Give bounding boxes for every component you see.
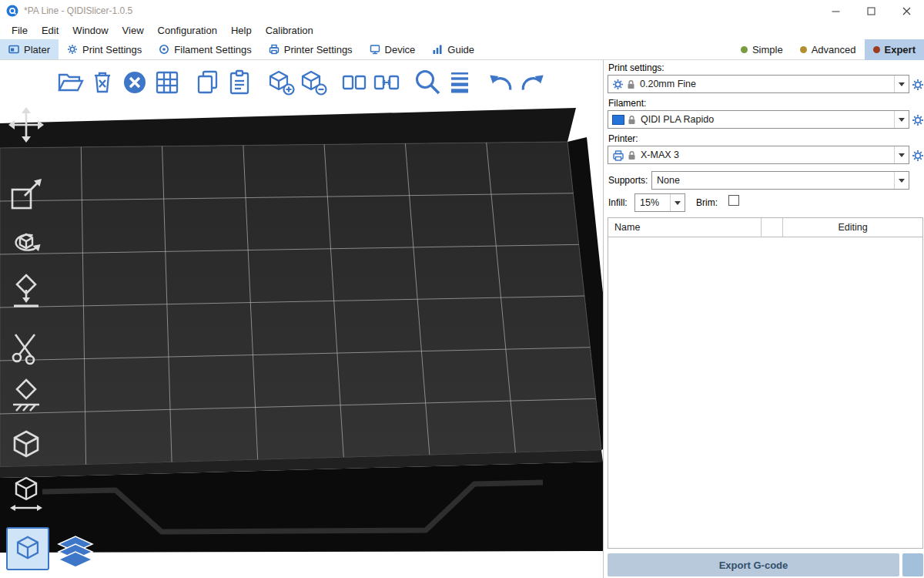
minimize-button[interactable] [818, 0, 853, 22]
print-profile-select[interactable]: 0.20mm Fine [608, 75, 909, 93]
export-options-button[interactable] [902, 553, 923, 576]
redo-button[interactable] [517, 66, 549, 99]
delete-icon [89, 69, 116, 96]
chevron-down-icon [894, 172, 909, 189]
tab-filament-settings[interactable]: Filament Settings [150, 39, 259, 59]
print-settings-label: Print settings: [608, 62, 665, 73]
menu-window[interactable]: Window [65, 23, 115, 38]
mode-advanced[interactable]: Advanced [792, 39, 865, 60]
column-header-name: Name [608, 218, 762, 237]
delete-button[interactable] [86, 66, 119, 99]
copy-button[interactable] [192, 66, 224, 99]
printer-settings-icon [269, 44, 280, 55]
tab-label: Plater [24, 44, 50, 55]
column-header-editing: Editing [783, 218, 922, 237]
measure-icon [7, 476, 45, 514]
seam-cube-icon [7, 428, 45, 466]
filament-select[interactable]: QIDI PLA Rapido [608, 110, 909, 129]
printer-label: Printer: [608, 133, 638, 144]
infill-label: Infill: [608, 197, 628, 208]
split-parts-icon [373, 69, 400, 96]
split-objects-button[interactable] [338, 66, 370, 99]
add-instance-button[interactable] [265, 66, 297, 99]
filament-settings-gear-button[interactable] [911, 113, 924, 126]
editor-cube-icon [13, 534, 42, 563]
export-gcode-button[interactable]: Export G-code [608, 553, 899, 576]
filament-settings-icon [159, 44, 169, 55]
variable-layer-height-button[interactable] [444, 66, 476, 99]
close-button[interactable] [889, 0, 924, 22]
editor-view-button[interactable] [6, 527, 49, 570]
object-list: Name Editing [608, 217, 923, 549]
settings-panel: Print settings: 0.20mm Fine Filament: QI… [603, 60, 924, 578]
simple-dot-icon [741, 46, 748, 53]
print-settings-gear-button[interactable] [911, 78, 924, 91]
rotate-tool-button[interactable] [6, 222, 46, 262]
open-button[interactable] [54, 66, 86, 99]
remove-instance-button[interactable] [297, 66, 330, 99]
expert-dot-icon [873, 46, 880, 53]
mode-expert[interactable]: Expert [865, 39, 924, 60]
menu-file[interactable]: File [5, 23, 35, 38]
mode-switcher: Simple Advanced Expert [732, 39, 924, 60]
preview-view-button[interactable] [54, 533, 97, 570]
remove-instance-icon [300, 69, 327, 96]
tab-print-settings[interactable]: Print Settings [59, 39, 150, 59]
maximize-button[interactable] [853, 0, 889, 22]
print-settings-icon [67, 44, 78, 55]
tab-plater[interactable]: Plater [0, 39, 59, 59]
menu-edit[interactable]: Edit [35, 23, 65, 38]
object-list-body[interactable] [608, 237, 922, 549]
tab-device[interactable]: Device [361, 39, 424, 59]
printer-settings-gear-button[interactable] [911, 149, 924, 162]
plater-icon [8, 44, 19, 55]
lock-icon [627, 79, 635, 89]
mode-simple[interactable]: Simple [732, 39, 792, 60]
paint-support-tool-button[interactable] [6, 376, 46, 416]
tab-label: Filament Settings [174, 44, 251, 55]
object-list-header: Name Editing [608, 218, 922, 237]
search-button[interactable] [411, 66, 444, 99]
delete-all-icon [121, 69, 149, 96]
titlebar: *PA Line - QIDISlicer-1.0.5 [0, 0, 924, 22]
infill-select[interactable]: 15% [634, 193, 685, 212]
window-title: *PA Line - QIDISlicer-1.0.5 [24, 5, 132, 16]
tab-guide[interactable]: Guide [424, 39, 483, 59]
tab-printer-settings[interactable]: Printer Settings [260, 39, 361, 59]
undo-button[interactable] [484, 66, 517, 99]
viewport-3d[interactable] [0, 60, 603, 578]
delete-all-button[interactable] [119, 66, 151, 99]
measure-tool-button[interactable] [6, 475, 46, 515]
supports-label: Supports: [608, 175, 648, 186]
arrange-button[interactable] [151, 66, 183, 99]
printer-select[interactable]: X-MAX 3 [608, 146, 909, 164]
paste-button[interactable] [224, 66, 256, 99]
guide-icon [432, 44, 443, 55]
menu-calibration[interactable]: Calibration [259, 23, 320, 38]
menubar: File Edit Window View Configuration Help… [0, 22, 924, 39]
brim-label: Brim: [696, 197, 718, 208]
chevron-down-icon [894, 76, 909, 92]
scale-tool-button[interactable] [6, 174, 46, 214]
menu-configuration[interactable]: Configuration [151, 23, 224, 38]
menu-help[interactable]: Help [224, 23, 259, 38]
brim-checkbox[interactable] [728, 195, 739, 206]
paste-icon [226, 69, 254, 96]
toolbar-separator [183, 82, 192, 83]
copy-icon [194, 69, 222, 96]
paint-support-icon [7, 377, 45, 415]
menu-view[interactable]: View [116, 23, 151, 38]
split-parts-button[interactable] [370, 66, 403, 99]
place-on-face-tool-button[interactable] [6, 271, 46, 311]
cut-tool-button[interactable] [6, 328, 46, 368]
chevron-down-icon [894, 146, 909, 163]
print-profile-value: 0.20mm Fine [640, 79, 894, 89]
paint-seam-tool-button[interactable] [6, 427, 46, 467]
supports-select[interactable]: None [651, 171, 909, 190]
toolbar-separator [330, 82, 338, 83]
tab-label: Guide [447, 44, 474, 55]
printer-value: X-MAX 3 [641, 150, 894, 160]
move-tool-button[interactable] [6, 105, 46, 145]
infill-value: 15% [640, 197, 670, 208]
mode-label: Simple [752, 44, 783, 55]
